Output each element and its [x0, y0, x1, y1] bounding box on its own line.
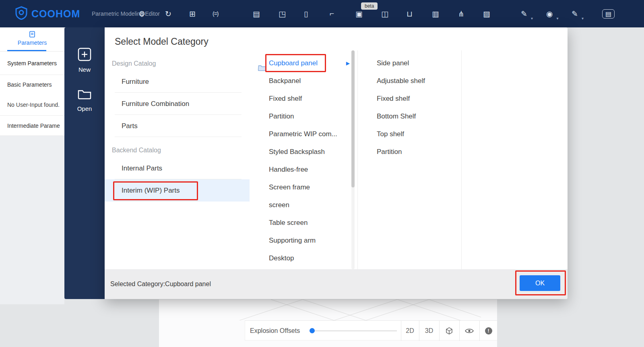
- cabinet-add-icon[interactable]: ▥: [432, 0, 439, 27]
- screen: { "topbar": { "brand": "COOHOM", "app_ti…: [0, 0, 644, 347]
- section-intermediate-parameters[interactable]: Intermediate Parame: [0, 116, 64, 136]
- node-graph-icon[interactable]: ⋔: [458, 0, 464, 27]
- subcategory-scrollbar-thumb[interactable]: [351, 50, 355, 187]
- backend-catalog-header: Backend Catalog: [112, 143, 252, 157]
- doc-edit-menu-button[interactable]: ✎ ▾: [521, 0, 527, 27]
- new-file-icon: [78, 48, 91, 61]
- viewport-canvas[interactable]: Explosion Offsets 2D 3D !: [159, 299, 497, 347]
- leaf-side-panel[interactable]: Side panel: [364, 54, 461, 72]
- explosion-offsets-label: Explosion Offsets: [250, 321, 300, 341]
- column-divider: [357, 50, 358, 269]
- new-file-button[interactable]: New: [64, 48, 105, 73]
- leaf-category-column: Side panel Adjustable shelf Fixed shelf …: [364, 50, 461, 269]
- cube-icon: [445, 327, 453, 335]
- open-folder-icon: [77, 88, 92, 100]
- layout-split-icon[interactable]: ◫: [381, 0, 388, 27]
- tab-parameters[interactable]: Parameters: [0, 27, 64, 52]
- editor-settings-icon[interactable]: ⚙: [138, 0, 145, 27]
- design-catalog-header: Design Catalog: [112, 57, 252, 71]
- tab-parameters-label: Parameters: [0, 39, 64, 46]
- file-rail: New Open: [64, 27, 105, 299]
- leaf-partition[interactable]: Partition: [364, 143, 461, 161]
- report-icon[interactable]: ▨: [483, 0, 490, 27]
- select-model-category-dialog: Select Model Category Design Catalog Fur…: [105, 27, 568, 299]
- subcategory-fixed-shelf[interactable]: Fixed shelf: [256, 90, 351, 108]
- pencil-menu-button[interactable]: ✎ ▾: [572, 0, 578, 27]
- visibility-button[interactable]: [459, 321, 479, 341]
- catalog-column: Design Catalog Furniture Furniture Combi…: [105, 50, 252, 269]
- stamp-icon: ◉: [546, 9, 553, 19]
- chevron-down-icon: ▾: [531, 16, 533, 21]
- warning-icon: !: [485, 327, 492, 335]
- parameters-sidebar: Parameters System Parameters Basic Param…: [0, 27, 64, 304]
- topbar: COOHOM Parametric Modeling Editor ⚙ ↻ ⊞ …: [0, 0, 644, 27]
- cube-view-button[interactable]: [439, 321, 459, 341]
- leaf-top-shelf[interactable]: Top shelf: [364, 125, 461, 143]
- open-file-button[interactable]: Open: [64, 88, 105, 112]
- selected-category-text: Selected Category:Cupboard panel: [110, 269, 211, 299]
- subcategory-scrollbar-track: [351, 50, 355, 269]
- subcategory-supporting-arm[interactable]: Supporting arm: [256, 232, 351, 249]
- leaf-adjustable-shelf[interactable]: Adjustable shelf: [364, 72, 461, 90]
- wireframe-lines: [159, 299, 497, 320]
- slab-tool-icon[interactable]: ▤: [253, 0, 260, 27]
- open-file-label: Open: [64, 105, 105, 112]
- apps-grid-icon[interactable]: ⊞: [189, 0, 196, 27]
- sidebar-empty-area: [0, 136, 64, 304]
- annotation-box-interim-wip-parts: [113, 181, 198, 200]
- corner-panel-tool-icon[interactable]: ◳: [279, 0, 286, 27]
- subcategory-parametric-wip[interactable]: Parametric WIP com...: [256, 125, 351, 143]
- render-image-icon: ▤: [602, 9, 615, 19]
- subcategory-column: Cupboard panel ▶ Backpanel Fixed shelf P…: [256, 50, 351, 269]
- stamp-menu-button[interactable]: ◉ ▾: [546, 0, 553, 27]
- chevron-down-icon: ▾: [557, 16, 559, 21]
- brand-text: COOHOM: [31, 8, 80, 20]
- subcategory-partition[interactable]: Partition: [256, 108, 351, 125]
- subcategory-table-screen[interactable]: Table screen: [256, 214, 351, 232]
- subcategory-desktop[interactable]: Desktop: [256, 249, 351, 267]
- beta-badge: beta: [361, 2, 378, 10]
- annotation-box-cupboard-panel: [265, 54, 326, 72]
- section-system-parameters[interactable]: System Parameters: [0, 52, 64, 75]
- catalog-item-internal-parts[interactable]: Internal Parts: [115, 157, 242, 179]
- dialog-title: Select Model Category: [115, 27, 208, 50]
- subcategory-screen-frame[interactable]: Screen frame: [256, 179, 351, 196]
- view-2d-button[interactable]: 2D: [401, 321, 419, 341]
- subcategory-screen[interactable]: screen: [256, 196, 351, 214]
- new-file-label: New: [64, 66, 105, 73]
- eye-icon: [465, 328, 474, 334]
- explosion-slider-thumb[interactable]: [310, 328, 315, 333]
- pencil-icon: ✎: [572, 9, 578, 19]
- leaf-bottom-shelf[interactable]: Bottom Shelf: [364, 108, 461, 125]
- empty-column: [462, 50, 568, 269]
- no-user-input-message: No User-Input found.: [0, 94, 64, 116]
- annotation-box-ok-button: [515, 270, 566, 295]
- view-3d-button[interactable]: 3D: [419, 321, 439, 341]
- coohom-logo[interactable]: COOHOM: [14, 0, 80, 27]
- catalog-item-parts[interactable]: Parts: [115, 115, 242, 137]
- catalog-item-furniture-combination[interactable]: Furniture Combination: [115, 93, 242, 115]
- subcategory-backpanel[interactable]: Backpanel: [256, 72, 351, 90]
- catalog-item-furniture[interactable]: Furniture: [115, 71, 242, 93]
- active-tab-indicator: [7, 50, 46, 51]
- leaf-fixed-shelf[interactable]: Fixed shelf: [364, 90, 461, 108]
- bracket-tool-icon[interactable]: ⌐: [330, 0, 334, 27]
- expand-arrow-icon: ▶: [346, 54, 350, 72]
- warning-button[interactable]: !: [479, 321, 497, 341]
- hardware-clamp-icon[interactable]: ⊔: [407, 0, 413, 27]
- parameters-doc-icon: [29, 32, 35, 39]
- viewport-toolbar: Explosion Offsets 2D 3D !: [245, 320, 497, 341]
- section-basic-parameters[interactable]: Basic Parameters: [0, 75, 64, 94]
- explosion-slider-track: [311, 330, 397, 331]
- dialog-footer: Selected Category:Cupboard panel OK: [105, 269, 568, 299]
- subcategory-handles-free[interactable]: Handles-free: [256, 161, 351, 179]
- constraint-icon[interactable]: (=): [213, 0, 219, 27]
- switch-account-icon[interactable]: ↻: [165, 0, 171, 27]
- app-title: Parametric Modeling Editor: [92, 0, 160, 27]
- doc-edit-icon: ✎: [521, 9, 527, 19]
- render-button[interactable]: ▤: [602, 0, 615, 27]
- chevron-down-icon: ▾: [582, 16, 584, 21]
- coohom-shield-icon: [14, 6, 28, 21]
- column-tool-icon[interactable]: ▯: [304, 0, 308, 27]
- subcategory-styled-backsplash[interactable]: Styled Backsplash: [256, 143, 351, 161]
